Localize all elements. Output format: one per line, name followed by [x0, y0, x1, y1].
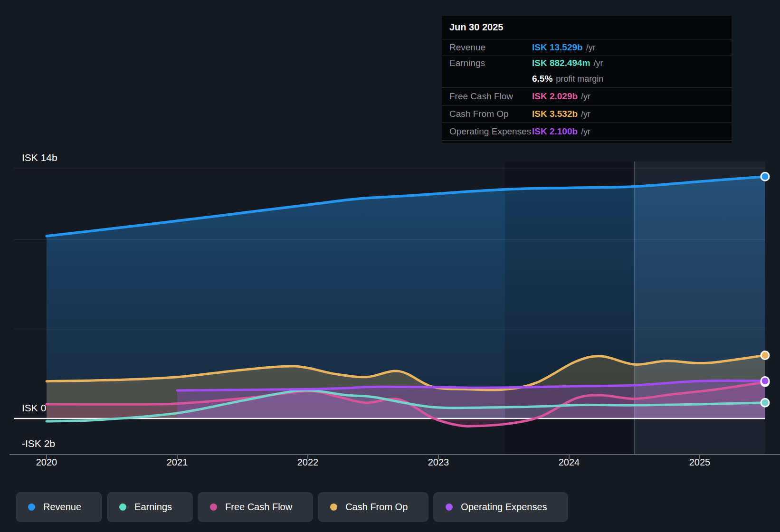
tooltip-row-earnings: Earnings ISK 882.494m /yr: [442, 56, 732, 70]
revenue-legend-dot-icon: [28, 504, 35, 511]
tooltip-row-label: Cash From Op: [449, 109, 532, 119]
legend-item-label: Earnings: [134, 502, 172, 513]
operating-expenses-legend-dot-icon: [446, 504, 453, 511]
tooltip-row-value: ISK 2.100b: [532, 126, 578, 137]
legend-item-label: Free Cash Flow: [225, 502, 292, 513]
legend-item-revenue[interactable]: Revenue: [16, 492, 102, 522]
tooltip-row-suffix: /yr: [594, 58, 603, 68]
earnings-endpoint-marker: [761, 399, 769, 407]
tooltip-row-value: ISK 13.529b: [532, 42, 583, 53]
dim-band: [505, 162, 634, 455]
legend-item-cash-from-op[interactable]: Cash From Op: [318, 492, 428, 522]
x-axis-label-2022: 2022: [297, 457, 319, 468]
tooltip-row-operating-expenses: Operating Expenses ISK 2.100b /yr: [442, 123, 732, 141]
y-axis-label-14b: ISK 14b: [22, 152, 57, 163]
chart-legend: RevenueEarningsFree Cash FlowCash From O…: [16, 492, 568, 522]
legend-item-earnings[interactable]: Earnings: [107, 492, 193, 522]
x-axis-label-2025: 2025: [689, 457, 711, 468]
legend-item-free-cash-flow[interactable]: Free Cash Flow: [198, 492, 313, 522]
operating-expenses-endpoint-marker: [761, 377, 769, 385]
legend-item-label: Operating Expenses: [461, 502, 547, 513]
cash-from-op-endpoint-marker: [761, 352, 769, 360]
y-axis-label--2b: -ISK 2b: [22, 438, 55, 449]
tooltip-date: Jun 30 2025: [442, 16, 732, 39]
tooltip-row-suffix: /yr: [581, 109, 590, 119]
tooltip-row-profit-margin: 6.5% profit margin: [442, 70, 732, 88]
x-axis-label-2021: 2021: [167, 457, 188, 468]
cash-from-op-legend-dot-icon: [330, 504, 337, 511]
tooltip-row-revenue: Revenue ISK 13.529b /yr: [442, 39, 732, 56]
tooltip-row-label: Earnings: [449, 58, 532, 68]
y-axis-label-0b: ISK 0: [22, 402, 46, 414]
legend-item-label: Revenue: [43, 502, 81, 513]
tooltip-row-value: 6.5%: [532, 74, 552, 84]
tooltip-row-value: ISK 882.494m: [532, 58, 590, 68]
tooltip-row-label: Free Cash Flow: [449, 91, 532, 102]
x-axis-label-2020: 2020: [36, 457, 57, 468]
tooltip-row-suffix: /yr: [586, 43, 596, 53]
tooltip-row-suffix: /yr: [581, 127, 590, 137]
highlight-band: [635, 162, 765, 455]
tooltip-row-value: ISK 3.532b: [532, 109, 578, 119]
x-axis-label-2023: 2023: [428, 457, 449, 468]
earnings-legend-dot-icon: [119, 504, 126, 511]
tooltip-row-cash-from-op: Cash From Op ISK 3.532b /yr: [442, 105, 732, 123]
tooltip-row-suffix: /yr: [581, 92, 590, 102]
chart-tooltip: Jun 30 2025 Revenue ISK 13.529b /yr Earn…: [442, 16, 732, 143]
legend-item-label: Cash From Op: [345, 502, 408, 513]
legend-item-operating-expenses[interactable]: Operating Expenses: [433, 492, 568, 522]
tooltip-row-suffix: profit margin: [556, 74, 603, 84]
tooltip-row-free-cash-flow: Free Cash Flow ISK 2.029b /yr: [442, 88, 732, 105]
x-axis-label-2024: 2024: [559, 457, 580, 468]
revenue-endpoint-marker: [761, 172, 769, 180]
free-cash-flow-legend-dot-icon: [210, 504, 217, 511]
tooltip-row-label: Operating Expenses: [449, 126, 532, 137]
app-background: ISK 14bISK 0-ISK 2b202020212022202320242…: [0, 0, 780, 532]
tooltip-row-label: Revenue: [449, 42, 532, 53]
tooltip-row-value: ISK 2.029b: [532, 91, 578, 102]
